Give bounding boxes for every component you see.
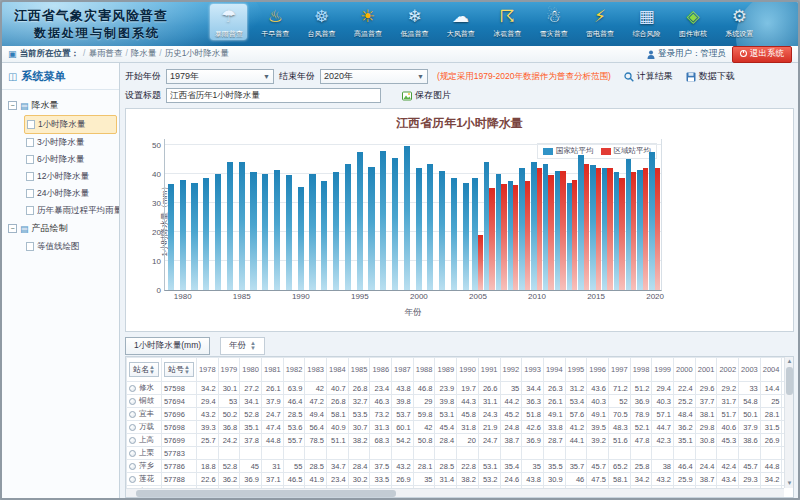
bar-regional-2013[interactable] <box>572 180 577 290</box>
bar-regional-2009[interactable] <box>525 181 530 290</box>
radio-icon[interactable] <box>129 476 136 483</box>
radio-icon[interactable] <box>129 424 136 431</box>
breadcrumb-item[interactable]: 暴雨普查 <box>88 48 122 58</box>
chart-title-input[interactable] <box>166 88 381 103</box>
bar-national-1981[interactable] <box>191 183 197 290</box>
toolbar-item-图件审核[interactable]: ◈图件审核 <box>674 4 711 40</box>
breadcrumb-item[interactable]: 降水量 <box>131 48 157 58</box>
bar-national-1992[interactable] <box>321 181 327 290</box>
end-year-select[interactable]: 2020年▼ <box>320 69 428 84</box>
bar-national-1980[interactable] <box>180 180 186 290</box>
sidebar-item-24小时降水量[interactable]: 24小时降水量 <box>24 185 117 202</box>
bar-regional-2018[interactable] <box>631 172 636 290</box>
station-name-cell[interactable]: 铜鼓 <box>127 395 162 408</box>
bar-national-1987[interactable] <box>262 174 268 290</box>
bar-regional-2019[interactable] <box>643 168 648 290</box>
scroll-up-icon[interactable]: ▲ <box>785 357 794 366</box>
horizontal-scroll-thumb[interactable] <box>136 490 396 497</box>
toolbar-item-冰雹普查[interactable]: ☈冰雹普查 <box>489 4 526 40</box>
station-name-cell[interactable]: 修水 <box>127 382 162 395</box>
bar-national-1991[interactable] <box>309 174 315 290</box>
bar-national-2003[interactable] <box>451 178 457 290</box>
sidebar-item-历年暴雨过程平均雨量[interactable]: 历年暴雨过程平均雨量 <box>24 202 117 219</box>
bar-regional-2005[interactable] <box>478 235 483 290</box>
metric-button[interactable]: 1小时降水量(mm) <box>125 337 210 355</box>
download-button[interactable]: 数据下载 <box>686 70 735 83</box>
bar-national-1998[interactable] <box>392 158 398 290</box>
bar-national-1999[interactable] <box>404 146 410 290</box>
sidebar-item-1小时降水量[interactable]: 1小时降水量 <box>24 115 117 134</box>
bar-national-1982[interactable] <box>203 178 209 290</box>
radio-icon[interactable] <box>129 411 136 418</box>
bar-national-1989[interactable] <box>286 175 292 290</box>
sidebar-item-12小时降水量[interactable]: 12小时降水量 <box>24 168 117 185</box>
bar-regional-2015[interactable] <box>596 168 601 290</box>
bar-national-1994[interactable] <box>345 164 351 290</box>
bar-national-1990[interactable] <box>298 187 304 290</box>
logout-button[interactable]: 退出系统 <box>732 46 792 63</box>
bar-national-1997[interactable] <box>380 151 386 290</box>
sidebar-item-等值线绘图[interactable]: 等值线绘图 <box>24 238 117 255</box>
toolbar-item-台风普查[interactable]: ☸台风普查 <box>303 4 340 40</box>
radio-icon[interactable] <box>129 437 136 444</box>
station-name-cell[interactable]: 莲花 <box>127 473 162 486</box>
bar-regional-2006[interactable] <box>489 188 494 290</box>
station-name-cell[interactable]: 上栗 <box>127 447 162 460</box>
calculate-button[interactable]: 计算结果 <box>624 70 673 83</box>
toolbar-item-干旱普查[interactable]: ♨干旱普查 <box>256 4 293 40</box>
expander-icon[interactable]: − <box>8 224 17 233</box>
toolbar-item-低温普查[interactable]: ❄低温普查 <box>396 4 433 40</box>
toolbar-item-综合风险[interactable]: ▦综合风险 <box>628 4 665 40</box>
bar-national-2000[interactable] <box>416 168 422 290</box>
scroll-down-icon[interactable]: ▼ <box>785 479 794 488</box>
bar-regional-2010[interactable] <box>537 168 542 290</box>
bar-national-1988[interactable] <box>274 170 280 291</box>
vertical-scrollbar[interactable]: ▲ ▼ <box>784 357 793 488</box>
sidebar-item-3小时降水量[interactable]: 3小时降水量 <box>24 134 117 151</box>
table-scroll-area[interactable]: 站名▲▼站号▲▼19781979198019811982198319841985… <box>126 357 784 488</box>
bar-national-1984[interactable] <box>227 162 233 290</box>
bar-national-2004[interactable] <box>463 183 469 290</box>
expander-icon[interactable]: − <box>8 101 17 110</box>
bar-national-2001[interactable] <box>427 164 433 290</box>
bar-regional-2011[interactable] <box>548 175 553 290</box>
bar-regional-2012[interactable] <box>560 171 565 290</box>
bar-regional-2016[interactable] <box>607 168 612 290</box>
station-id-sort[interactable]: 站号▲▼ <box>164 362 194 377</box>
breadcrumb-item[interactable]: 历史1小时降水量 <box>165 48 229 58</box>
bar-national-1985[interactable] <box>239 162 245 290</box>
toolbar-item-大风普查[interactable]: ☁大风普查 <box>442 4 479 40</box>
bar-national-1983[interactable] <box>215 174 221 290</box>
bar-national-1996[interactable] <box>368 167 374 290</box>
station-name-cell[interactable]: 万载 <box>127 421 162 434</box>
year-sort-select[interactable]: 年份 ▲▼ <box>220 337 265 355</box>
save-image-button[interactable]: 保存图片 <box>402 89 451 102</box>
sidebar-group-产品绘制[interactable]: −▤产品绘制 <box>8 219 117 238</box>
station-name-sort[interactable]: 站名▲▼ <box>129 362 159 377</box>
horizontal-scrollbar[interactable] <box>126 488 784 497</box>
bar-national-1995[interactable] <box>357 152 363 290</box>
sidebar-item-6小时降水量[interactable]: 6小时降水量 <box>24 151 117 168</box>
station-name-cell[interactable]: 萍乡 <box>127 460 162 473</box>
radio-icon[interactable] <box>129 398 136 405</box>
toolbar-item-系统设置[interactable]: ⚙系统设置 <box>721 4 758 40</box>
radio-icon[interactable] <box>129 463 136 470</box>
bar-regional-2020[interactable] <box>655 168 660 290</box>
toolbar-item-暴雨普查[interactable]: ☂暴雨普查 <box>210 4 247 40</box>
station-name-cell[interactable]: 宜丰 <box>127 408 162 421</box>
start-year-select[interactable]: 1979年▼ <box>166 69 274 84</box>
radio-icon[interactable] <box>129 450 136 457</box>
bar-regional-2008[interactable] <box>513 185 518 290</box>
bar-regional-2014[interactable] <box>584 164 589 290</box>
bar-regional-2017[interactable] <box>619 178 624 290</box>
bar-national-1986[interactable] <box>250 172 256 290</box>
bar-regional-2007[interactable] <box>501 184 506 290</box>
toolbar-item-高温普查[interactable]: ☀高温普查 <box>349 4 386 40</box>
vertical-scroll-thumb[interactable] <box>786 367 793 395</box>
bar-national-1979[interactable] <box>168 184 174 290</box>
toolbar-item-雷电普查[interactable]: ⚡雷电普查 <box>581 4 618 40</box>
sidebar-group-降水量[interactable]: −▤降水量 <box>8 96 117 115</box>
bar-national-1993[interactable] <box>333 172 339 290</box>
radio-icon[interactable] <box>129 385 136 392</box>
bar-national-2002[interactable] <box>439 171 445 290</box>
